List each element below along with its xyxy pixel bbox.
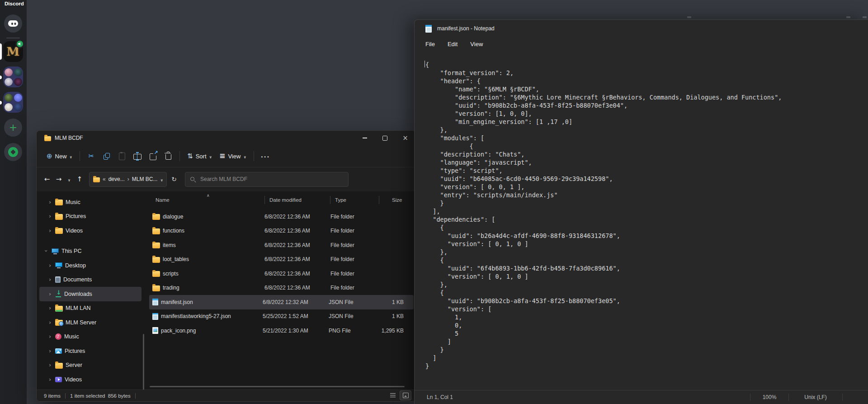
view-toggles <box>387 391 411 400</box>
sidebar-item-videos[interactable]: Videos <box>39 223 142 238</box>
rename-button[interactable] <box>130 148 145 164</box>
add-server-button[interactable] <box>4 119 22 137</box>
chevron-right-icon[interactable] <box>47 262 52 269</box>
chevron-right-icon[interactable] <box>47 276 52 283</box>
file-size: 1 KB <box>378 299 414 305</box>
column-divider[interactable] <box>264 196 265 204</box>
file-row[interactable]: dialogue 6/8/2022 12:36 AM File folder <box>149 209 414 224</box>
file-row[interactable]: loot_tables 6/8/2022 12:36 AM File folde… <box>149 252 414 267</box>
explorer-titlebar[interactable]: MLM BCDF <box>37 131 415 145</box>
chevron-down-icon[interactable] <box>160 175 163 183</box>
back-button[interactable]: ← <box>41 173 53 185</box>
view-button[interactable]: View <box>216 148 250 164</box>
notepad-titlebar[interactable]: manifest.json - Notepad <box>415 20 868 37</box>
close-button[interactable] <box>395 131 415 145</box>
discord-server-mlm[interactable]: M <box>3 41 23 62</box>
line-ending-indicator[interactable]: Unix (LF) <box>789 390 842 404</box>
sidebar-item-documents[interactable]: Documents <box>39 273 142 287</box>
server-mini-icon[interactable] <box>14 68 22 76</box>
sidebar-item-music-2[interactable]: Music <box>39 330 142 344</box>
discord-home-button[interactable] <box>4 14 22 33</box>
chevron-right-icon[interactable] <box>47 199 52 205</box>
column-header-size[interactable]: Size <box>384 197 415 203</box>
chevron-right-icon[interactable] <box>47 213 52 219</box>
address-bar[interactable]: « deve... › MLM BC... <box>89 172 167 187</box>
details-view-button[interactable] <box>387 391 398 400</box>
sidebar-item-label: Videos <box>65 376 82 383</box>
search-box[interactable] <box>185 172 349 187</box>
search-input[interactable] <box>199 176 344 183</box>
minimize-button[interactable] <box>354 131 375 145</box>
chevron-right-icon[interactable] <box>47 291 52 297</box>
file-row[interactable]: items 6/8/2022 12:36 AM File folder <box>149 238 414 252</box>
explore-servers-button[interactable] <box>4 143 22 161</box>
file-row[interactable]: manifestlastworking5-27.json 5/25/2022 1… <box>149 309 414 324</box>
share-button[interactable] <box>145 148 160 164</box>
cut-button[interactable] <box>84 148 99 164</box>
breadcrumb-parent[interactable]: deve... <box>108 176 125 182</box>
sidebar-item-videos-2[interactable]: Videos <box>39 372 142 387</box>
server-mini-icon[interactable] <box>14 103 22 111</box>
chevron-right-icon[interactable] <box>47 319 52 326</box>
new-button[interactable]: New <box>43 148 76 164</box>
server-mini-icon[interactable] <box>14 78 22 86</box>
column-header-date[interactable]: Date modified <box>269 197 330 203</box>
file-row[interactable]: pack_icon.png 5/21/2022 1:30 AM PNG File… <box>149 323 414 338</box>
chevron-right-icon[interactable] <box>47 362 52 368</box>
horizontal-scrollbar[interactable] <box>150 386 405 387</box>
explorer-body: Music Pictures Videos This PC Des <box>37 191 415 390</box>
discord-server-folder-2[interactable] <box>3 92 23 113</box>
file-row[interactable]: functions 6/8/2022 12:36 AM File folder <box>149 224 414 238</box>
chevron-right-icon[interactable] <box>47 348 52 354</box>
chevron-right-icon[interactable] <box>47 305 52 311</box>
sidebar-item-downloads[interactable]: Downloads <box>39 287 142 301</box>
sidebar-item-server[interactable]: Server <box>39 358 142 373</box>
sidebar-item-pictures[interactable]: Pictures <box>39 209 142 224</box>
column-header-name[interactable]: Name ∧ <box>156 197 264 203</box>
breadcrumb-current[interactable]: MLM BC... <box>132 176 158 182</box>
chevron-right-icon[interactable] <box>47 228 52 234</box>
zoom-level[interactable]: 100% <box>750 390 788 404</box>
thumbnail-view-button[interactable] <box>400 391 411 400</box>
sidebar-item-desktop[interactable]: Desktop <box>39 258 142 273</box>
forward-button[interactable]: → <box>53 173 65 185</box>
chevron-right-icon[interactable] <box>47 376 52 383</box>
menu-file[interactable]: File <box>420 39 440 49</box>
file-row[interactable]: scripts 6/8/2022 12:36 AM File folder <box>149 266 414 281</box>
menu-view[interactable]: View <box>465 39 488 49</box>
server-mini-icon[interactable] <box>14 94 22 102</box>
file-row[interactable]: trading 6/8/2022 12:36 AM File folder <box>149 281 414 295</box>
sidebar-item-music[interactable]: Music <box>39 195 142 209</box>
discord-server-folder-1[interactable] <box>3 67 23 87</box>
chevron-right-icon[interactable] <box>47 333 52 340</box>
text-editor-area[interactable]: { "format_version": 2, "header": { "name… <box>415 51 868 390</box>
paste-button[interactable] <box>114 148 130 164</box>
server-mini-icon[interactable] <box>5 103 13 111</box>
chevron-expanded-icon[interactable] <box>44 248 49 254</box>
maximize-button[interactable] <box>375 131 395 145</box>
more-options-button[interactable] <box>258 148 273 164</box>
recent-locations-button[interactable] <box>65 173 74 185</box>
server-mini-icon[interactable] <box>5 78 13 86</box>
server-mini-icon[interactable] <box>5 68 13 76</box>
file-rows: dialogue 6/8/2022 12:36 AM File folder f… <box>147 209 415 338</box>
sort-button[interactable]: Sort <box>184 148 216 164</box>
column-divider[interactable] <box>330 196 330 204</box>
sidebar-item-mlm-server[interactable]: MLM Server <box>39 315 142 330</box>
sidebar-item-this-pc[interactable]: This PC <box>39 244 142 259</box>
copy-button[interactable] <box>99 148 114 164</box>
column-header-type[interactable]: Type <box>335 197 379 203</box>
refresh-button[interactable] <box>168 173 180 185</box>
menu-edit[interactable]: Edit <box>442 39 463 49</box>
editor-content[interactable]: { "format_version": 2, "header": { "name… <box>415 51 868 370</box>
delete-button[interactable] <box>160 148 176 164</box>
breadcrumb-overflow[interactable]: « <box>103 176 106 182</box>
status-spacer <box>843 390 868 404</box>
server-mini-icon[interactable] <box>5 94 13 102</box>
sidebar-item-pictures-2[interactable]: Pictures <box>39 344 142 358</box>
file-row-selected[interactable]: manifest.json 6/8/2022 12:32 AM JSON Fil… <box>149 295 414 309</box>
up-button[interactable]: ↑ <box>74 173 85 185</box>
column-divider[interactable] <box>379 196 379 204</box>
sidebar-item-label: Music <box>66 199 80 205</box>
sidebar-item-mlm-lan[interactable]: MLM LAN <box>39 301 142 316</box>
